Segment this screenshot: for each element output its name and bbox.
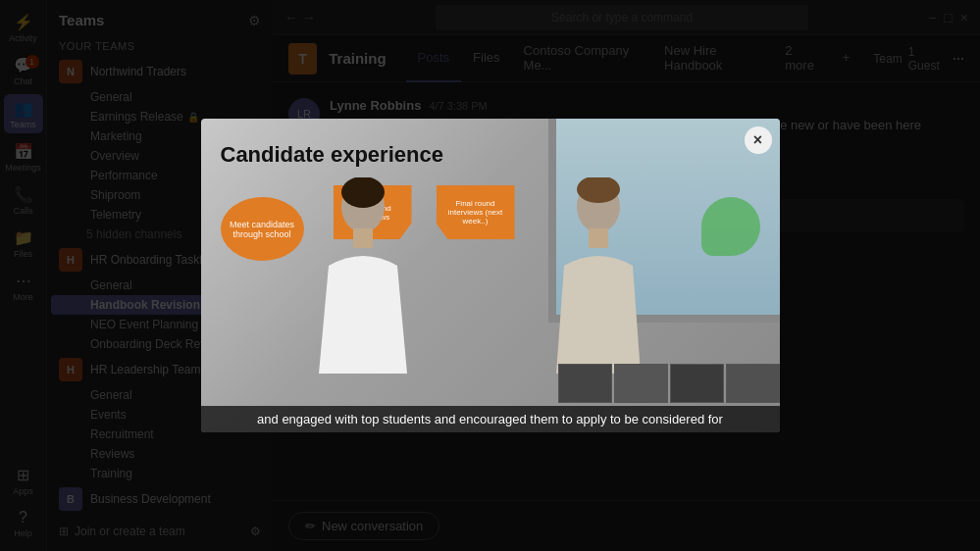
person-right [535,177,662,374]
video-content: Candidate experience Meet candidates thr… [201,119,780,432]
video-thumbnails [558,364,780,403]
video-thumb [670,364,724,403]
svg-rect-2 [353,228,373,248]
video-thumb [558,364,612,403]
person-left [299,177,427,374]
app-container: ⚡ Activity 💬 Chat 1 👥 Teams 📅 Meetings 📞… [0,0,980,551]
video-thumb [614,364,668,403]
video-thumb [726,364,780,403]
blob-left: Meet candidates through school [221,197,304,261]
svg-point-1 [341,177,385,208]
video-scene: Candidate experience Meet candidates thr… [201,119,780,432]
svg-rect-5 [589,228,608,248]
video-main-area: Candidate experience Meet candidates thr… [201,119,780,432]
modal-overlay[interactable]: × Candidate experience Meet candidates t… [0,0,980,551]
video-modal: × Candidate experience Meet candidates t… [201,119,780,432]
video-caption: and engaged with top students and encour… [201,406,780,432]
modal-close-button[interactable]: × [745,126,772,154]
blob-green [701,197,760,256]
blob-right: Final round interviews (next week..) [437,185,515,239]
video-title-text: Candidate experience [221,142,443,168]
